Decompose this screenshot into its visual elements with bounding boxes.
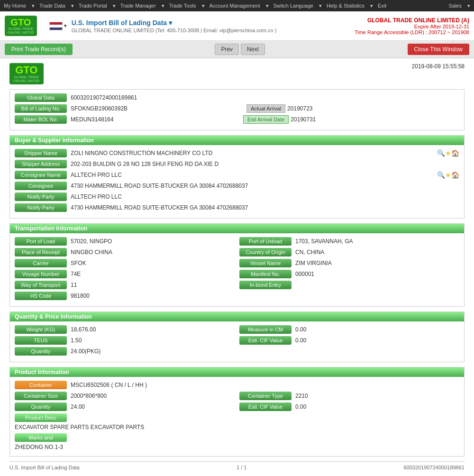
nav-account-management[interactable]: Account Management [210,3,260,9]
shipper-name-row: Shipper Name ZOLI NINGNO CONSTRUCTION MA… [15,149,459,157]
us-flag [49,22,63,30]
close-window-button-top[interactable]: Close This Window [408,44,469,55]
esti-cif-label: Esti. CIF Value [239,336,292,345]
buyer-supplier-body: Shipper Name ZOLI NINGNO CONSTRUCTION MA… [10,145,464,218]
record-timestamp: 2019-08-09 15:55:58 [412,63,465,70]
shipper-star-icon[interactable]: ★ [445,149,451,157]
shipper-search-icon[interactable]: 🔍 [437,149,445,157]
nav-trade-portal[interactable]: Trade Portal [79,3,107,9]
qty-row-3: Quantity 24.00(PKG) [15,347,459,356]
container-size-value: 2000*806*800 [71,393,235,399]
vessel-name-value: ZIM VIRGINIA [295,260,459,266]
quantity-price-body: Weight (KG) 18,676.00 Measure in CM 0.00… [10,321,464,362]
qty-row-2: TEUS 1.50 Esti. CIF Value 0.00 [15,336,459,345]
esti-arrival-value: 20190731 [291,116,459,123]
top-navigation: My Home▾ Trade Data▾ Trade Portal▾ Trade… [0,0,474,11]
esti-cif-pair: Esti. CIF Value 0.00 [239,336,459,345]
transport-row-6: HS Code 981800 [15,292,459,300]
product-section: Product Information Container MSCU650250… [9,367,465,457]
nav-trade-data[interactable]: Trade Data [39,3,65,9]
nav-buttons-top: Prev Next [214,44,265,55]
port-of-unload-label: Port of Unload [239,237,292,246]
product-quantity-label: Quantity [15,403,67,411]
buyer-supplier-title: Buyer & Supplier Information [10,136,464,145]
product-title: Product Information [10,367,464,377]
record-header: GTO GLOBAL TRADEONLINE LIMITED 2019-08-0… [9,63,465,84]
shipper-address-label: Shipper Address [15,160,67,168]
consignee-star-icon[interactable]: ★ [445,171,451,179]
quantity-price-title: Quantity & Price Information [10,312,464,321]
logo-subtitle: GLOBAL TRADEONLINE LIMITED [8,27,34,34]
company-name: GLOBAL TRADE ONLINE LIMITED (A) [355,17,469,24]
marks-value: ZHEDONG NO.1-3 [15,444,459,450]
transport-row-2: Place of Receipt NINGBO CHINA Country of… [15,248,459,256]
print-records-button-top[interactable]: Print Trade Record(s) [5,44,73,55]
bol-label: Bill of Lading No. [15,104,67,113]
nav-trade-tools[interactable]: Trade Tools [169,3,196,9]
product-row-3: Quantity 24.00 Esti. CIF Value 0.00 [15,403,459,411]
product-desc-value: EXCAVATOR SPARE PARTS EXCAVATOR PARTS [15,424,459,430]
flag-area: ▾ [49,22,67,30]
manifest-no-value: 000001 [295,271,459,277]
shipper-home-icon[interactable]: 🏠 [451,149,459,157]
header-subtitle: GLOBAL TRADE ONLINE LIMITED (Tel: 400-71… [72,27,355,33]
country-of-origin-label: Country of Origin [239,248,292,256]
hs-code-value: 981800 [71,293,235,299]
transportation-title: Transportation Information [10,224,464,233]
way-of-transport-label: Way of Transport [15,281,67,289]
record-footer: U.S. Import Bill of Lading Data 1 / 1 60… [9,461,465,472]
record-logo-sub: GLOBAL TRADEONLINE LIMITED [13,75,40,82]
notify-party2-value: 4730 HAMMERMILL ROAD SUITE-BTUCKER GA 30… [71,204,459,211]
carrier-pair: Carrier SFOK [15,259,235,267]
notify-party-label: Notify Party [15,192,67,201]
weight-pair: Weight (KG) 18,676.00 [15,325,235,334]
record-logo-gto: GTO [15,65,37,75]
product-desc-title-row: Product Desc [15,413,459,422]
main-content: GTO GLOBAL TRADEONLINE LIMITED 2019-08-0… [0,58,474,476]
esti-arrival-label: Esti Arrival Date [243,115,289,124]
qty-spacer [239,347,459,356]
notify-party-row: Notify Party ALLTECH PRO LLC [15,192,459,201]
container-size-pair: Container Size 2000*806*800 [15,392,235,400]
next-button-top[interactable]: Next [241,44,265,55]
country-of-origin-value: CN, CHINA [295,249,459,256]
teus-label: TEUS [15,336,67,345]
header-title: U.S. Import Bill of Lading Data ▾ [72,19,355,27]
nav-sales[interactable]: Sales [448,3,462,9]
consignee-home-icon[interactable]: 🏠 [451,171,459,179]
nav-switch-language[interactable]: Switch Language [273,3,313,9]
nav-trade-manager[interactable]: Trade Manager [120,3,156,9]
place-of-receipt-value: NINGBO CHINA [71,249,235,256]
hs-code-label: HS Code [15,292,67,300]
container-type-pair: Container Type 2210 [239,392,459,400]
voyage-number-value: 74E [71,271,235,277]
shipper-address-row: Shipper Address 202-203 BUILDIN G 28 NO … [15,160,459,168]
nav-exit[interactable]: Exit [378,3,386,9]
in-bond-pair: In-bond Entry [239,281,459,289]
ldr-range: Time Range Accessible (LDR) : 200712 ~ 2… [355,29,469,35]
bol-row: Bill of Lading No. SFOKNGB19060392B Actu… [15,104,459,113]
prev-button-top[interactable]: Prev [215,44,239,55]
nav-help-statistics[interactable]: Help & Statistics [327,3,365,9]
product-quantity-pair: Quantity 24.00 [15,403,235,411]
transportation-section: Transportation Information Port of Load … [9,223,465,307]
logo-gto: GTO [10,18,31,27]
container-type-label: Container Type [239,392,292,400]
product-body: Container MSCU6502506 ( CN / L / HH ) Co… [10,377,464,456]
global-data-row: Global Data 600320190724000189861 [15,93,459,102]
notify-party2-label: Notify Party [15,203,67,212]
product-esti-cif-value: 0.00 [295,403,459,410]
flag-dropdown[interactable]: ▾ [64,23,67,29]
transport-row-5: Way of Transport 11 In-bond Entry [15,281,459,289]
product-esti-cif-pair: Esti. CIF Value 0.00 [239,403,459,411]
transport-spacer [239,292,459,300]
actual-arrival-label: Actual Arrival [246,104,285,113]
consignee-value: 4730 HAMMERMILL ROAD SUITE-BTUCKER GA 30… [71,183,459,189]
logo-area: GTO GLOBAL TRADEONLINE LIMITED [5,16,37,36]
teus-pair: TEUS 1.50 [15,336,235,345]
container-row: Container MSCU6502506 ( CN / L / HH ) [15,381,459,389]
global-data-section: Global Data 600320190724000189861 Bill o… [9,89,465,130]
consignee-search-icon[interactable]: 🔍 [437,171,445,179]
global-data-label: Global Data [15,93,67,102]
nav-my-home[interactable]: My Home [4,3,26,9]
